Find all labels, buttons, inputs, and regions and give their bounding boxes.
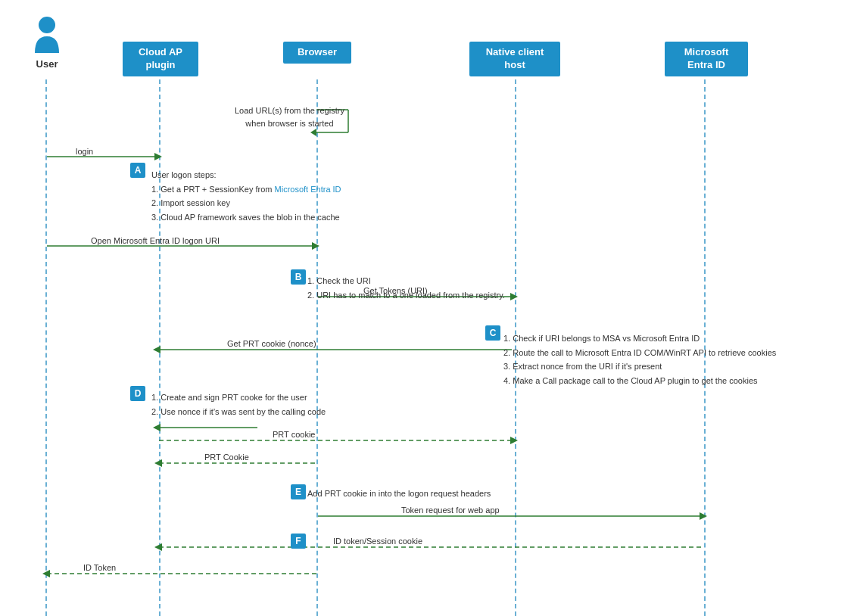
step-F: F <box>291 534 306 549</box>
diagram-container: User Cloud AP plugin Browser Native clie… <box>0 0 857 616</box>
actor-browser-label: Browser <box>298 46 337 58</box>
id-token-session-text: ID token/Session cookie <box>333 537 422 546</box>
svg-marker-4 <box>310 129 316 136</box>
step-B: B <box>291 269 306 285</box>
svg-marker-8 <box>312 242 319 250</box>
get-tokens-text: Get Tokens (URI) <box>363 286 428 295</box>
actor-native-client: Native clienthost <box>469 42 560 76</box>
create-prt-note: 1. Create and sign PRT cooke for the use… <box>151 390 326 418</box>
step-E: E <box>291 484 306 499</box>
actor-cloud-ap: Cloud AP plugin <box>123 42 198 76</box>
svg-marker-10 <box>510 293 518 300</box>
step-D: D <box>130 386 145 401</box>
id-token-text: ID Token <box>83 563 116 572</box>
svg-point-0 <box>39 17 55 33</box>
actor-cloud-ap-label: Cloud AP plugin <box>139 46 182 70</box>
get-prt-text: Get PRT cookie (nonce) <box>227 339 316 348</box>
actor-ms-entra-label: MicrosoftEntra ID <box>684 46 729 70</box>
load-url-text: Load URL(s) from the registrywhen browse… <box>235 104 344 129</box>
actor-browser: Browser <box>283 42 351 64</box>
native-note: 1. Check if URI belongs to MSA vs Micros… <box>503 331 776 388</box>
step-A: A <box>130 163 145 178</box>
actor-user: User <box>24 15 70 70</box>
actor-user-label: User <box>24 58 70 70</box>
user-logon-note: User logon steps: 1. Get a PRT + Session… <box>151 168 341 225</box>
actor-native-client-label: Native clienthost <box>486 46 544 70</box>
svg-marker-20 <box>700 512 707 520</box>
actor-ms-entra: MicrosoftEntra ID <box>665 42 748 76</box>
lifeline-browser <box>316 79 318 616</box>
arrows-svg <box>0 0 857 616</box>
prt-cookie-dashed-text: PRT cookie <box>273 430 315 439</box>
svg-marker-6 <box>154 153 162 160</box>
login-text: login <box>76 147 93 156</box>
prt-cookie-back-text: PRT Cookie <box>204 453 249 462</box>
step-C: C <box>485 325 500 341</box>
lifeline-user <box>45 79 47 616</box>
svg-marker-18 <box>154 459 162 467</box>
svg-marker-16 <box>510 437 518 444</box>
token-request-text: Token request for web app <box>401 506 500 515</box>
add-prt-note: Add PRT cookie in into the logon request… <box>307 489 491 498</box>
lifeline-cloud-ap <box>159 79 160 616</box>
svg-marker-22 <box>154 543 162 551</box>
open-uri-text: Open Microsoft Entra ID logon URI <box>91 236 220 245</box>
